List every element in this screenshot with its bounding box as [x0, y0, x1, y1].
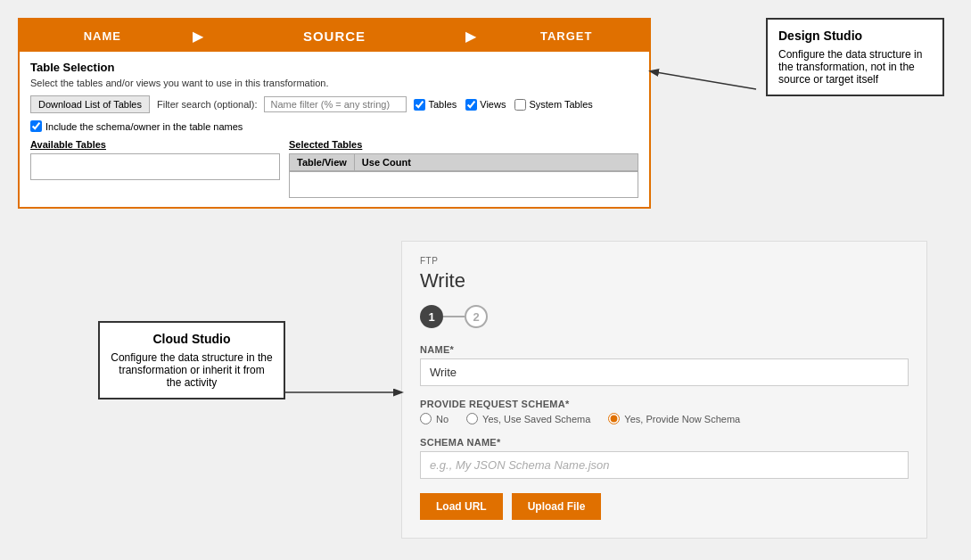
upload-file-button[interactable]: Upload File — [512, 493, 602, 520]
tables-checkbox[interactable] — [414, 99, 425, 111]
checkbox-group: Tables Views System Tables — [414, 99, 592, 111]
cs-schema-name-input[interactable] — [420, 451, 909, 479]
callout-design-title: Design Studio — [778, 29, 932, 43]
selected-tables-header: Table/View Use Count — [289, 153, 638, 171]
cs-step-1: 1 — [420, 305, 443, 328]
filter-input[interactable] — [264, 96, 407, 112]
radio-no[interactable] — [420, 413, 432, 424]
callout-design-description: Configure the data structure in the tran… — [778, 48, 932, 86]
header-source: SOURCE — [210, 29, 459, 44]
cs-schema-label: PROVIDE REQUEST SCHEMA* — [420, 399, 909, 409]
views-checkbox[interactable] — [465, 99, 477, 111]
header-target: TARGET — [483, 29, 649, 43]
cs-name-section: NAME* — [420, 344, 909, 386]
system-tables-checkbox[interactable] — [514, 99, 526, 111]
include-schema-checkbox[interactable] — [30, 120, 42, 132]
selected-tables-label: Selected Tables — [289, 139, 638, 150]
selected-tables-list[interactable] — [289, 171, 638, 198]
cs-ftp-label: FTP — [420, 256, 909, 266]
cs-name-input[interactable] — [420, 358, 909, 386]
cs-schema-section: PROVIDE REQUEST SCHEMA* No Yes, Use Save… — [420, 399, 909, 424]
system-tables-label: System Tables — [529, 99, 592, 110]
radio-new-item[interactable]: Yes, Provide Now Schema — [608, 413, 740, 424]
load-url-button[interactable]: Load URL — [420, 493, 503, 520]
cs-schema-name-label: SCHEMA NAME* — [420, 437, 909, 448]
views-label: Views — [480, 99, 506, 110]
radio-no-label: No — [436, 414, 448, 424]
tables-checkbox-item[interactable]: Tables — [414, 99, 457, 111]
ds-title: Table Selection — [30, 61, 638, 74]
callout-cloud-title: Cloud Studio — [111, 332, 273, 346]
callout-design-studio: Design Studio Configure the data structu… — [766, 18, 944, 96]
available-tables-section: Available Tables — [30, 139, 280, 198]
radio-saved-item[interactable]: Yes, Use Saved Schema — [466, 413, 590, 424]
radio-saved[interactable] — [466, 413, 478, 424]
views-checkbox-item[interactable]: Views — [465, 99, 506, 111]
radio-saved-label: Yes, Use Saved Schema — [482, 414, 590, 424]
col-tableview: Table/View — [290, 154, 355, 170]
col-usecount: Use Count — [355, 154, 418, 170]
header-arrow2: ▶ — [458, 28, 483, 45]
tables-label: Tables — [428, 99, 457, 110]
cs-step-2: 2 — [465, 305, 488, 328]
design-studio-panel: NAME ▶ SOURCE ▶ TARGET Table Selection S… — [18, 18, 651, 209]
cs-name-label: NAME* — [420, 344, 909, 355]
tables-area: Available Tables Selected Tables Table/V… — [30, 139, 638, 198]
callout-cloud-studio: Cloud Studio Configure the data structur… — [98, 321, 285, 399]
cs-write-title: Write — [420, 269, 909, 292]
ds-subtitle: Select the tables and/or views you want … — [30, 78, 638, 88]
ds-header: NAME ▶ SOURCE ▶ TARGET — [20, 20, 649, 52]
ds-body: Table Selection Select the tables and/or… — [20, 52, 649, 207]
include-schema-row: Include the schema/owner in the table na… — [30, 120, 638, 132]
radio-new-label: Yes, Provide Now Schema — [624, 414, 740, 424]
cloud-studio-panel: FTP Write 1 2 NAME* PROVIDE REQUEST SCHE… — [401, 241, 927, 539]
radio-new[interactable] — [608, 413, 620, 424]
cs-radio-group: No Yes, Use Saved Schema Yes, Provide No… — [420, 413, 909, 424]
include-schema-label: Include the schema/owner in the table na… — [45, 121, 243, 132]
cs-buttons: Load URL Upload File — [420, 493, 909, 520]
system-tables-checkbox-item[interactable]: System Tables — [514, 99, 592, 111]
cs-step-line — [443, 316, 465, 317]
radio-no-item[interactable]: No — [420, 413, 448, 424]
ds-toolbar: Download List of Tables Filter search (o… — [30, 95, 638, 113]
header-name: NAME — [20, 29, 185, 43]
header-arrow1: ▶ — [185, 28, 210, 45]
callout-cloud-description: Configure the data structure in the tran… — [111, 351, 273, 389]
download-tables-button[interactable]: Download List of Tables — [30, 95, 150, 113]
available-tables-label: Available Tables — [30, 139, 280, 150]
cs-steps: 1 2 — [420, 305, 909, 328]
cs-schema-name-section: SCHEMA NAME* — [420, 437, 909, 479]
selected-tables-section: Selected Tables Table/View Use Count — [289, 139, 638, 198]
available-tables-list[interactable] — [30, 153, 280, 180]
filter-label: Filter search (optional): — [157, 99, 258, 110]
svg-line-0 — [651, 71, 756, 89]
